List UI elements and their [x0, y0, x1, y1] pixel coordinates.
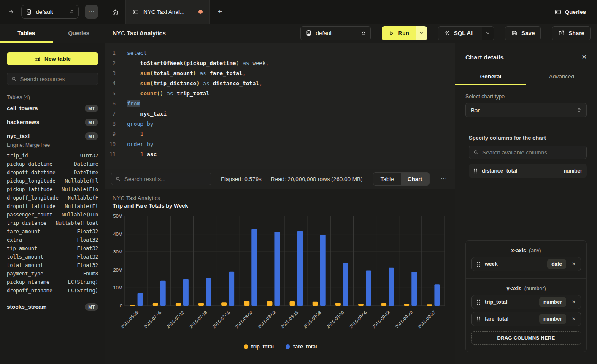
topbar-more-button[interactable]: ⋯	[85, 5, 98, 19]
sql-ai-options-button[interactable]	[482, 27, 494, 40]
queries-button[interactable]: Queries	[565, 9, 586, 15]
column-name: fare_amount	[7, 227, 40, 236]
view-toggle-chart[interactable]: Chart	[401, 173, 429, 185]
line-number: 9	[105, 129, 122, 139]
sidebar-search-input[interactable]	[20, 76, 94, 82]
sidebar-tab-queries[interactable]: Queries	[53, 24, 105, 43]
column-row[interactable]: extraFloat32	[7, 236, 98, 244]
home-button[interactable]	[105, 0, 125, 24]
play-icon	[388, 30, 394, 36]
axis-column-chip-fare_total[interactable]: fare_totalnumber✕	[471, 312, 581, 326]
column-row[interactable]: dropoff_ntanameLC(String)	[7, 286, 98, 295]
columns-group: distance_totalnumber	[469, 146, 587, 178]
table-row-hackernews[interactable]: hackernewsMT	[7, 115, 98, 129]
column-row[interactable]: payment_typeEnum8	[7, 270, 98, 278]
tables-section-label: Tables (4)	[7, 94, 98, 100]
drag-handle-icon	[473, 168, 477, 174]
run-options-button[interactable]	[416, 26, 427, 40]
column-name: trip_distance	[7, 219, 46, 227]
column-name: passenger_count	[7, 210, 52, 219]
table-name: hackernews	[7, 119, 39, 125]
tab-general[interactable]: General	[455, 68, 526, 85]
column-row[interactable]: dropoff_longitudeNullable(F	[7, 194, 98, 202]
column-row[interactable]: pickup_latitudeNullable(Flo	[7, 185, 98, 194]
sql-ai-button[interactable]: SQL AI	[438, 27, 478, 40]
chart-details-panel: Chart details ✕ General Advanced Select …	[455, 43, 597, 364]
column-row[interactable]: total_amountFloat32	[7, 261, 98, 270]
drag-handle-icon	[476, 262, 480, 267]
column-row[interactable]: trip_idUInt32	[7, 151, 98, 160]
chart-type-value: Bar	[471, 107, 480, 113]
column-row[interactable]: tolls_amountFloat32	[7, 253, 98, 261]
drag-handle-icon	[476, 299, 480, 305]
search-icon	[473, 149, 479, 155]
new-table-button[interactable]: New table	[7, 52, 98, 65]
column-row[interactable]: trip_distanceNullable(Float	[7, 219, 98, 227]
code-line: 10order by	[105, 139, 455, 149]
chart-type-select[interactable]: Bar	[465, 103, 587, 117]
results-search[interactable]	[111, 173, 211, 185]
new-tab-button[interactable]: +	[210, 0, 230, 24]
legend-item-trip_total[interactable]: trip_total	[244, 344, 274, 350]
content: New table Tables (4) cell_towersMThacker…	[0, 43, 597, 364]
table-row-cell_towers[interactable]: cell_towersMT	[7, 101, 98, 115]
drop-columns-zone[interactable]: DRAG COLUMNS HERE	[471, 331, 581, 345]
results-more-button[interactable]: ⋯	[439, 175, 449, 183]
available-column-chip[interactable]: distance_totalnumber	[469, 164, 587, 178]
code-line: 1select	[105, 48, 455, 58]
collapse-sidebar-button[interactable]	[8, 8, 15, 15]
column-chip-name: distance_total	[482, 168, 559, 174]
table-row-stocks_stream[interactable]: stocks_streamMT	[7, 300, 98, 314]
column-type: Enum8	[83, 270, 98, 278]
topbar-database-selector[interactable]: default	[21, 5, 79, 19]
svg-text:0: 0	[120, 303, 122, 308]
remove-column-button[interactable]: ✕	[572, 316, 576, 322]
column-list: trip_idUInt32pickup_datetimeDateTimedrop…	[7, 151, 98, 295]
second-row: Tables Queries NYC Taxi Analytics defaul…	[0, 24, 597, 43]
column-row[interactable]: tip_amountFloat32	[7, 244, 98, 253]
remove-column-button[interactable]: ✕	[572, 261, 576, 267]
save-icon	[511, 30, 518, 36]
share-button[interactable]: Share	[552, 26, 591, 40]
code-text: toStartOfWeek(pickup_datetime) as week,	[122, 58, 269, 68]
column-row[interactable]: fare_amountFloat32	[7, 227, 98, 236]
column-row[interactable]: pickup_longitudeNullable(Fl	[7, 177, 98, 185]
share-label: Share	[568, 30, 584, 36]
tab-nyc-taxi-analytics[interactable]: NYC Taxi Anal...	[125, 0, 210, 24]
line-number: 6	[105, 99, 122, 109]
rows-read: Read: 20,000,000 rows (260.00 MB)	[271, 176, 363, 182]
legend-item-fare_total[interactable]: fare_total	[286, 344, 317, 350]
sql-editor[interactable]: 1select2 toStartOfWeek(pickup_datetime) …	[105, 43, 455, 169]
sidebar-tab-tables[interactable]: Tables	[0, 24, 53, 43]
run-button[interactable]: Run	[382, 26, 415, 40]
tab-advanced[interactable]: Advanced	[526, 68, 597, 85]
x-axis-header: x-axis (any)	[471, 248, 581, 253]
column-row[interactable]: passenger_countNullable(UIn	[7, 210, 98, 219]
code-line: 11 1 asc	[105, 149, 455, 159]
page-title: NYC Taxi Analytics	[113, 30, 166, 37]
svg-text:20M: 20M	[113, 267, 122, 272]
column-type: Nullable(Float	[56, 219, 98, 227]
column-row[interactable]: pickup_ntanameLC(String)	[7, 278, 98, 286]
query-database-selector[interactable]: default	[300, 26, 371, 40]
axis-column-chip-trip_total[interactable]: trip_totalnumber✕	[471, 295, 581, 309]
view-toggle-table[interactable]: Table	[373, 173, 400, 185]
svg-text:2015-08-23: 2015-08-23	[303, 310, 322, 329]
columns-search[interactable]	[469, 146, 587, 159]
results-search-input[interactable]	[124, 176, 207, 182]
columns-search-input[interactable]	[482, 149, 582, 156]
column-row[interactable]: dropoff_latitudeNullable(Fl	[7, 202, 98, 210]
document-header: NYC Taxi Analytics default Run SQL AI	[105, 24, 597, 43]
close-panel-button[interactable]: ✕	[581, 53, 587, 61]
sidebar-search[interactable]	[7, 73, 98, 85]
axis-column-chip-week[interactable]: weekdate✕	[471, 257, 581, 271]
table-row-nyc_taxi[interactable]: nyc_taxiMT	[7, 129, 98, 143]
search-icon	[11, 76, 17, 82]
save-button[interactable]: Save	[505, 26, 541, 40]
svg-text:30M: 30M	[113, 249, 122, 254]
column-row[interactable]: pickup_datetimeDateTime	[7, 160, 98, 168]
column-row[interactable]: dropoff_datetimeDateTime	[7, 168, 98, 177]
chevron-updown-icon	[70, 9, 74, 14]
remove-column-button[interactable]: ✕	[572, 299, 576, 305]
code-line: 5 count() as trip_total	[105, 89, 455, 99]
